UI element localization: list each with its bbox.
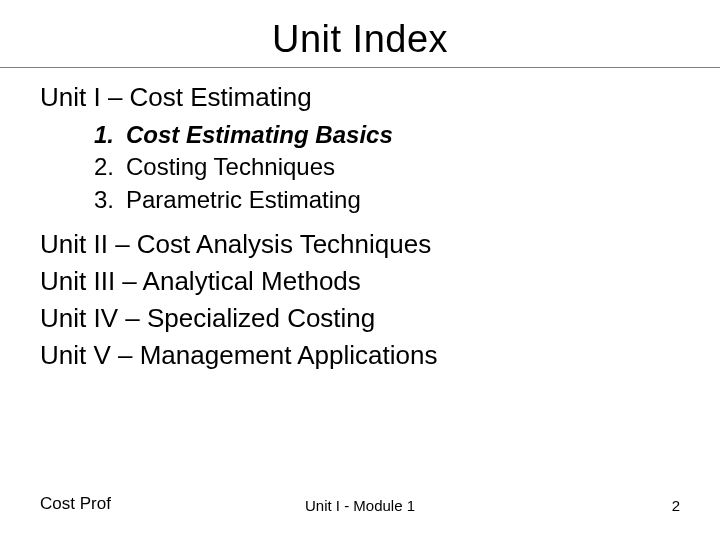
unit-4-heading: Unit IV – Specialized Costing <box>40 300 680 337</box>
unit-3-heading: Unit III – Analytical Methods <box>40 263 680 300</box>
unit-2-heading: Unit II – Cost Analysis Techniques <box>40 226 680 263</box>
footer-center: Unit I - Module 1 <box>40 497 680 514</box>
list-item: 2. Costing Techniques <box>94 151 680 183</box>
unit-1-list: 1. Cost Estimating Basics 2. Costing Tec… <box>94 119 680 216</box>
slide-title: Unit Index <box>40 18 680 61</box>
item-label: Costing Techniques <box>126 151 335 183</box>
item-label: Parametric Estimating <box>126 184 361 216</box>
slide-footer: Cost Prof Unit I - Module 1 2 <box>40 494 680 514</box>
item-number: 1. <box>94 119 126 151</box>
list-item: 3. Parametric Estimating <box>94 184 680 216</box>
footer-left: Cost Prof <box>40 494 111 514</box>
slide: Unit Index Unit I – Cost Estimating 1. C… <box>0 0 720 540</box>
item-number: 2. <box>94 151 126 183</box>
unit-5-heading: Unit V – Management Applications <box>40 337 680 374</box>
item-number: 3. <box>94 184 126 216</box>
unit-1-heading: Unit I – Cost Estimating <box>40 82 680 113</box>
list-item: 1. Cost Estimating Basics <box>94 119 680 151</box>
page-number: 2 <box>672 497 680 514</box>
item-label: Cost Estimating Basics <box>126 119 393 151</box>
title-divider <box>0 67 720 68</box>
